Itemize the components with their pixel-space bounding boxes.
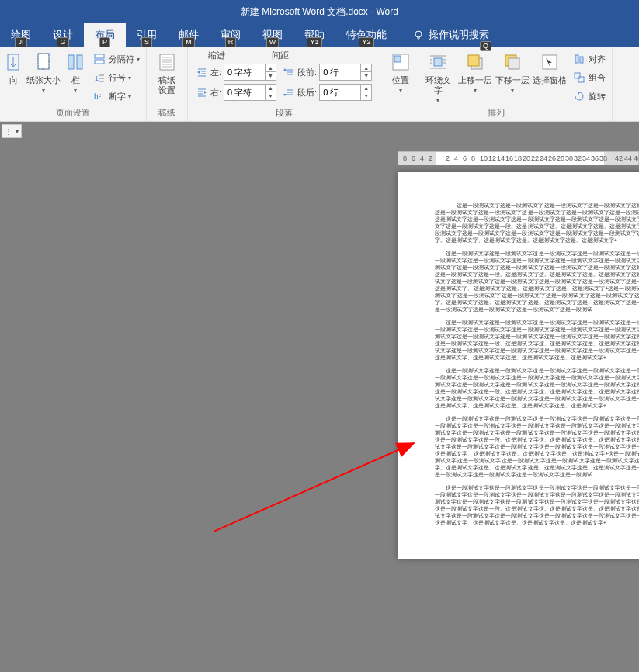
breaks-icon bbox=[93, 53, 106, 65]
horizontal-ruler[interactable]: 8642246810121416182022242628303234363842… bbox=[398, 151, 639, 165]
paragraph[interactable]: 这是一段测试文字这是一段测试文字这是一段测试文字这是一段测试文字这是一段测试文字… bbox=[435, 415, 639, 478]
tab-引用[interactable]: 引用S bbox=[126, 23, 168, 47]
line-numbers-icon: 1 bbox=[93, 71, 106, 84]
ruler-tick: 24 bbox=[540, 154, 547, 162]
ruler-tick: 12 bbox=[488, 154, 496, 162]
paragraph[interactable]: 这是一段测试文字这是一段测试文字这是一段测试文字这是一段测试文字这是一段测试文字… bbox=[435, 319, 639, 361]
paragraph[interactable]: 这是一段测试文字这是一段测试文字这是一段测试文字这是一段测试文字这是一段测试文字… bbox=[435, 367, 639, 409]
svg-rect-53 bbox=[578, 77, 584, 82]
tab-邮件[interactable]: 邮件M bbox=[168, 23, 210, 47]
position-icon bbox=[390, 51, 412, 73]
document-page[interactable]: 这是一段测试文字这是一段测试文字这是一段测试文字这是一段测试文字这是一段测试文字… bbox=[398, 172, 639, 559]
label: 分隔符 bbox=[109, 54, 134, 65]
ruler-tick: 2 bbox=[429, 154, 432, 162]
up-arrow-icon[interactable]: ▲ bbox=[266, 85, 276, 92]
space-before-spinner[interactable]: ▲▼ bbox=[319, 64, 372, 81]
label: 位置 bbox=[392, 75, 409, 85]
tab-特色功能[interactable]: 特色功能Y2 bbox=[335, 23, 398, 47]
breaks-button[interactable]: 分隔符▾ bbox=[90, 50, 143, 68]
indent-right-spinner[interactable]: ▲▼ bbox=[224, 84, 276, 101]
ruler-tick: 44 bbox=[624, 154, 632, 162]
svg-point-0 bbox=[415, 31, 422, 37]
draft-settings-button[interactable]: 稿纸设置 bbox=[150, 48, 184, 95]
space-after-spinner[interactable]: ▲▼ bbox=[319, 84, 372, 101]
paragraph[interactable]: 这是一段测试文字这是一段测试文字这是一段测试文字这是一段测试文字这是一段测试文字… bbox=[435, 202, 639, 244]
tab-绘图[interactable]: 绘图JI bbox=[0, 23, 42, 47]
svg-text:bᶜ: bᶜ bbox=[94, 92, 102, 101]
indent-right-icon bbox=[196, 86, 208, 99]
ruler-tick: 10 bbox=[480, 154, 488, 162]
tab-设计[interactable]: 设计G bbox=[42, 23, 84, 47]
shortcut-badge: G bbox=[57, 37, 68, 47]
indent-left-input[interactable] bbox=[224, 64, 265, 80]
ruler-tick: 30 bbox=[565, 154, 573, 162]
text-direction-button[interactable]: 向 bbox=[3, 48, 23, 85]
group-objects-button[interactable]: 组合 bbox=[570, 69, 609, 86]
svg-rect-37 bbox=[394, 56, 401, 62]
ruler-tick: 6 bbox=[463, 154, 467, 162]
send-backward-button[interactable]: 下移一层 bbox=[495, 48, 530, 95]
ruler-tick: 34 bbox=[582, 154, 590, 162]
tell-me-search[interactable]: 操作说明搜索Q bbox=[413, 28, 489, 42]
up-arrow-icon[interactable]: ▲ bbox=[361, 85, 371, 92]
position-button[interactable]: 位置 bbox=[384, 48, 418, 95]
indent-right-input[interactable] bbox=[224, 85, 265, 100]
group-arrange: 位置 环绕文字 上移一层 下移一层 选择窗格 对齐 bbox=[380, 47, 613, 121]
ruler-tick: 32 bbox=[574, 154, 582, 162]
svg-rect-9 bbox=[95, 54, 104, 58]
quick-access-handle[interactable]: ⋮ ▾ bbox=[2, 124, 22, 138]
down-arrow-icon[interactable]: ▼ bbox=[361, 92, 371, 100]
ruler-tick: 4 bbox=[454, 154, 458, 162]
ruler-tick: 18 bbox=[514, 154, 522, 162]
page-size-button[interactable]: 纸张大小 bbox=[26, 48, 61, 95]
label: 旋转 bbox=[589, 91, 606, 102]
dropdown-icon[interactable]: ▾ bbox=[16, 128, 19, 135]
ruler-tick: 26 bbox=[548, 154, 556, 162]
ruler-tick: 20 bbox=[523, 154, 530, 162]
tab-布局[interactable]: 布局P bbox=[84, 23, 126, 47]
shortcut-badge: Y1 bbox=[307, 37, 321, 47]
align-button[interactable]: 对齐 bbox=[570, 50, 609, 68]
selection-pane-icon bbox=[539, 51, 561, 73]
wrap-text-button[interactable]: 环绕文字 bbox=[421, 48, 455, 106]
wrap-text-icon bbox=[427, 51, 449, 73]
up-arrow-icon[interactable]: ▲ bbox=[361, 64, 371, 72]
tab-帮助[interactable]: 帮助Y1 bbox=[293, 23, 335, 47]
label: 环绕文字 bbox=[425, 75, 451, 95]
svg-rect-52 bbox=[575, 73, 580, 78]
label: 断字 bbox=[109, 91, 126, 102]
ruler-tick: 2 bbox=[446, 154, 450, 162]
tell-me-label: 操作说明搜索 bbox=[429, 28, 489, 42]
tab-视图[interactable]: 视图W bbox=[252, 23, 293, 47]
after-label: 段后: bbox=[297, 87, 317, 99]
rotate-icon bbox=[573, 90, 585, 102]
tab-审阅[interactable]: 审阅R bbox=[210, 23, 252, 47]
ruler-tick: 8 bbox=[403, 154, 407, 162]
paragraph[interactable]: 这是一段测试文字这是一段测试文字这是一段测试文字这是一段测试文字这是一段测试文字… bbox=[435, 250, 639, 313]
columns-button[interactable]: 栏 bbox=[64, 48, 87, 95]
down-arrow-icon[interactable]: ▼ bbox=[361, 72, 371, 80]
down-arrow-icon[interactable]: ▼ bbox=[266, 72, 276, 80]
space-after-input[interactable] bbox=[320, 85, 360, 100]
draft-icon bbox=[156, 51, 178, 73]
space-before-input[interactable] bbox=[320, 64, 360, 80]
bring-forward-button[interactable]: 上移一层 bbox=[458, 48, 492, 95]
hyphenation-button[interactable]: bᶜ 断字▾ bbox=[90, 88, 143, 105]
label: 上移一层 bbox=[458, 75, 492, 85]
up-arrow-icon[interactable]: ▲ bbox=[266, 64, 276, 72]
label: 选择窗格 bbox=[533, 75, 567, 85]
rotate-button[interactable]: 旋转 bbox=[570, 88, 609, 105]
line-numbers-button[interactable]: 1 行号▾ bbox=[90, 69, 143, 86]
shortcut-badge: JI bbox=[15, 37, 26, 47]
paragraph[interactable]: 这是一段测试文字这是一段测试文字这是一段测试文字这是一段测试文字这是一段测试文字… bbox=[435, 484, 639, 526]
group-page-setup: 向 纸张大小 栏 分隔符▾ 1 行号▾ bbox=[0, 47, 147, 121]
page-size-icon bbox=[33, 51, 54, 73]
title-bar: 新建 Microsoft Word 文档.docx - Word bbox=[0, 0, 639, 23]
indent-left-spinner[interactable]: ▲▼ bbox=[224, 64, 276, 81]
right-label: 右: bbox=[210, 87, 221, 99]
label: 下移一层 bbox=[495, 75, 530, 85]
svg-rect-50 bbox=[575, 55, 578, 63]
down-arrow-icon[interactable]: ▼ bbox=[266, 92, 276, 100]
selection-pane-button[interactable]: 选择窗格 bbox=[533, 48, 567, 85]
label: 稿纸设置 bbox=[158, 75, 175, 95]
